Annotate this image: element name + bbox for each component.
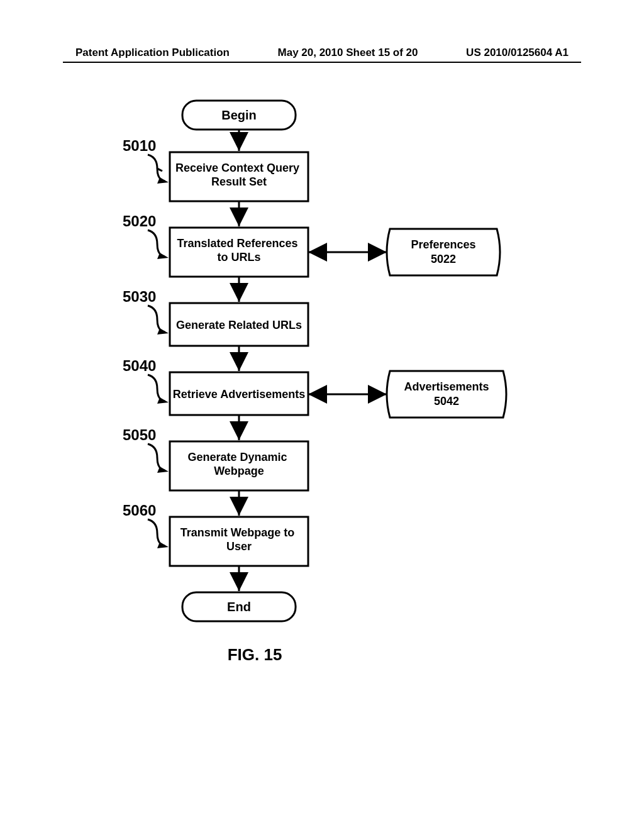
svg-text:Begin: Begin — [221, 108, 257, 122]
svg-text:5020: 5020 — [123, 213, 156, 230]
step-5040: Retrieve Advertisements — [170, 372, 308, 415]
step-5060: Transmit Webpage to User — [170, 517, 308, 566]
page: Patent Application Publication May 20, 2… — [0, 0, 644, 830]
header-right: US 2010/0125604 A1 — [466, 47, 569, 59]
step-5020: Translated References to URLs — [170, 228, 308, 277]
svg-text:5040: 5040 — [123, 357, 156, 374]
svg-text:5030: 5030 — [123, 288, 156, 305]
side-preferences: Preferences 5022 — [387, 229, 500, 275]
svg-text:5042: 5042 — [434, 395, 459, 407]
ref-5060: 5060 — [123, 502, 169, 548]
flowchart: Begin Receive Context Query Result Set 5… — [94, 94, 560, 786]
figure-caption: FIG. 15 — [228, 645, 282, 664]
ref-5050: 5050 — [123, 426, 169, 473]
terminator-end: End — [182, 592, 296, 621]
ref-5020: 5020 — [123, 213, 169, 259]
svg-text:5010: 5010 — [123, 137, 156, 154]
ref-5030: 5030 — [123, 288, 169, 335]
svg-text:End: End — [227, 600, 251, 614]
step-5050: Generate Dynamic Webpage — [170, 441, 308, 490]
svg-text:Advertisements: Advertisements — [404, 380, 489, 393]
terminator-begin: Begin — [182, 101, 296, 130]
header-center: May 20, 2010 Sheet 15 of 20 — [278, 47, 418, 59]
svg-text:5060: 5060 — [123, 502, 156, 519]
step-5010: Receive Context Query Result Set — [170, 152, 308, 201]
step-5030: Generate Related URLs — [170, 303, 308, 346]
svg-text:5050: 5050 — [123, 426, 156, 443]
page-header: Patent Application Publication May 20, 2… — [0, 47, 644, 59]
ref-5040: 5040 — [123, 357, 169, 404]
ref-5010: 5010 — [123, 137, 169, 184]
header-rule — [63, 62, 581, 63]
svg-text:Preferences: Preferences — [411, 238, 475, 251]
side-advertisements: Advertisements 5042 — [387, 371, 506, 418]
svg-text:Generate Related URLs: Generate Related URLs — [176, 319, 302, 331]
svg-text:Retrieve Advertisements: Retrieve Advertisements — [173, 388, 305, 401]
svg-text:5022: 5022 — [431, 253, 456, 265]
header-left: Patent Application Publication — [75, 47, 230, 59]
